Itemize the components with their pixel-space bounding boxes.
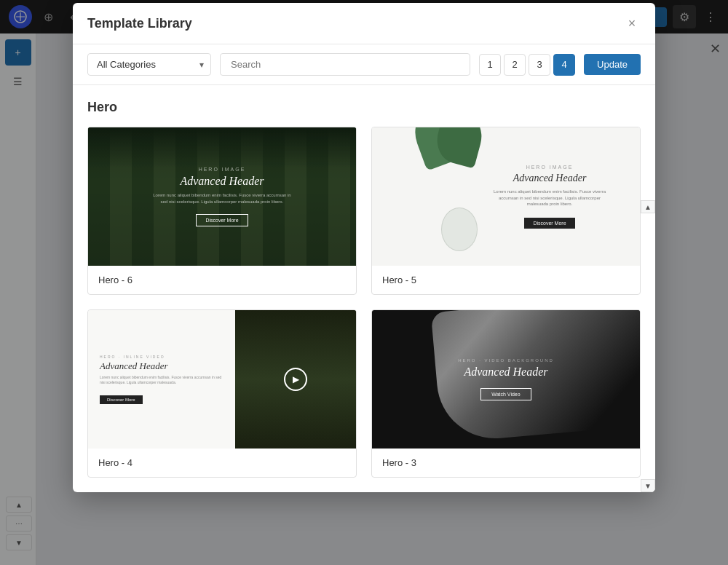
modal-overlay: Template Library × All CategoriesHeroAbo… [0, 0, 728, 565]
hero-6-preview: HERO IMAGE Advanced Header Lorem nunc al… [88, 127, 356, 266]
hero-4-video-label: HERO · INLINE VIDEO [100, 355, 223, 359]
modal-content[interactable]: Hero ▲ HERO IMAGE Advanced Header Lorem … [73, 85, 655, 492]
hero-3-heading: Advanced Header [458, 366, 554, 379]
category-dropdown[interactable]: All CategoriesHeroAboutServicesPortfolio… [87, 53, 211, 76]
modal-scroll-down-button[interactable]: ▼ [641, 479, 655, 492]
hero-4-heading: Advanced Header [100, 360, 223, 372]
search-input[interactable] [220, 53, 470, 76]
hero-3-video-label: HERO · VIDEO BACKGROUND [458, 358, 554, 363]
hero-6-content: HERO IMAGE Advanced Header Lorem nunc al… [149, 167, 295, 226]
template-library-modal: Template Library × All CategoriesHeroAbo… [73, 3, 655, 492]
hero-5-discover-btn: Discover More [524, 218, 574, 229]
template-card-hero-4[interactable]: HERO · INLINE VIDEO Advanced Header Lore… [87, 309, 357, 478]
modal-title: Template Library [87, 16, 192, 31]
hero-5-text: Lorem nunc aliquet bibendum enim facilis… [491, 189, 608, 207]
hero-3-label: Hero - 3 [372, 449, 640, 477]
hero-5-preview: HERO IMAGE Advanced Header Lorem nunc al… [372, 127, 640, 266]
modal-close-button[interactable]: × [623, 15, 641, 32]
page-1-button[interactable]: 1 [479, 54, 501, 76]
hero-6-text: Lorem nunc aliquet bibendum enim facilis… [149, 192, 295, 205]
hero-6-discover-btn: Discover More [196, 214, 248, 226]
pagination: 1 2 3 4 [479, 54, 575, 76]
search-input-wrapper[interactable] [220, 53, 470, 76]
hero-4-label: Hero - 4 [88, 449, 356, 477]
hero-3-preview: HERO · VIDEO BACKGROUND Advanced Header … [372, 310, 640, 449]
template-card-hero-6[interactable]: HERO IMAGE Advanced Header Lorem nunc al… [87, 127, 357, 295]
modal-header: Template Library × [73, 3, 655, 44]
hero-3-content: HERO · VIDEO BACKGROUND Advanced Header … [458, 358, 554, 400]
hero-5-image-label: HERO IMAGE [491, 165, 608, 170]
hero-4-play-icon: ▶ [284, 368, 307, 391]
page-4-button[interactable]: 4 [553, 54, 575, 76]
hero-5-heading: Advanced Header [491, 173, 608, 184]
section-title: Hero [87, 100, 641, 115]
page-2-button[interactable]: 2 [504, 54, 526, 76]
hero-5-content: HERO IMAGE Advanced Header Lorem nunc al… [491, 165, 608, 228]
hero-4-preview: HERO · INLINE VIDEO Advanced Header Lore… [88, 310, 356, 449]
plant-vase [441, 208, 478, 251]
hero-6-heading: Advanced Header [149, 175, 295, 188]
template-grid: HERO IMAGE Advanced Header Lorem nunc al… [87, 127, 641, 478]
template-card-hero-5[interactable]: HERO IMAGE Advanced Header Lorem nunc al… [371, 127, 641, 295]
hero-4-left-content: HERO · INLINE VIDEO Advanced Header Lore… [88, 340, 235, 419]
hero-4-text: Lorem nunc aliquet bibendum enim facilis… [100, 375, 223, 385]
hero-4-video-thumbnail: ▶ [235, 310, 356, 449]
hero-4-discover-btn: Discover More [100, 395, 143, 404]
page-3-button[interactable]: 3 [529, 54, 550, 76]
hero-3-watch-btn: Watch Video [480, 388, 531, 400]
hero-6-label: Hero - 6 [88, 266, 356, 294]
hero-5-label: Hero - 5 [372, 266, 640, 294]
modal-scroll-up-button[interactable]: ▲ [641, 200, 655, 213]
modal-toolbar: All CategoriesHeroAboutServicesPortfolio… [73, 44, 655, 85]
category-select-wrapper[interactable]: All CategoriesHeroAboutServicesPortfolio… [87, 53, 211, 76]
hero-6-image-label: HERO IMAGE [149, 167, 295, 172]
template-card-hero-3[interactable]: HERO · VIDEO BACKGROUND Advanced Header … [371, 309, 641, 478]
update-templates-button[interactable]: Update [584, 54, 641, 75]
